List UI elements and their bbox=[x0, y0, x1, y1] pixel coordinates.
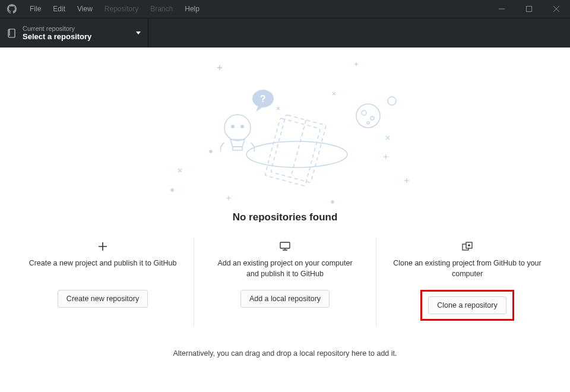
option-create: Create a new project and publish it to G… bbox=[12, 238, 194, 325]
repo-selector-label: Current repository bbox=[23, 25, 136, 32]
repo-selector-value: Select a repository bbox=[23, 32, 136, 41]
current-repository-selector[interactable]: Current repository Select a repository bbox=[0, 18, 148, 48]
svg-point-10 bbox=[240, 125, 244, 128]
menu-file[interactable]: File bbox=[24, 5, 47, 13]
plus-icon bbox=[96, 240, 109, 253]
options-row: Create a new project and publish it to G… bbox=[12, 238, 558, 325]
svg-point-9 bbox=[231, 125, 235, 128]
clone-icon bbox=[461, 240, 474, 253]
menu-help[interactable]: Help bbox=[179, 5, 205, 13]
minimize-button[interactable] bbox=[488, 0, 515, 18]
titlebar: File Edit View Repository Branch Help bbox=[0, 0, 570, 18]
clone-repository-button[interactable]: Clone a repository bbox=[428, 296, 506, 314]
svg-point-8 bbox=[224, 115, 251, 141]
footer-note: Alternatively, you can drag and drop a l… bbox=[0, 349, 570, 358]
svg-point-18 bbox=[362, 110, 366, 115]
menu-repository[interactable]: Repository bbox=[99, 5, 144, 13]
add-local-repository-button[interactable]: Add a local repository bbox=[240, 290, 330, 308]
menu-branch[interactable]: Branch bbox=[144, 5, 179, 13]
svg-rect-15 bbox=[265, 118, 320, 186]
option-create-desc: Create a new project and publish it to G… bbox=[29, 258, 177, 279]
menu-view[interactable]: View bbox=[71, 5, 99, 13]
create-new-repository-button[interactable]: Create new repository bbox=[58, 290, 148, 308]
svg-line-16 bbox=[291, 120, 306, 178]
highlight-annotation: Clone a repository bbox=[420, 290, 514, 321]
svg-point-4 bbox=[388, 97, 396, 105]
svg-point-5 bbox=[171, 189, 173, 191]
option-add: Add an existing project on your computer… bbox=[194, 238, 376, 325]
svg-rect-21 bbox=[280, 242, 290, 248]
svg-text:?: ? bbox=[260, 94, 266, 104]
svg-point-6 bbox=[210, 150, 212, 153]
maximize-button[interactable] bbox=[515, 0, 543, 18]
blankslate-illustration: ? bbox=[137, 53, 433, 208]
computer-icon bbox=[278, 240, 292, 253]
svg-point-19 bbox=[370, 116, 374, 120]
main-content: ? No repositories found bbox=[0, 48, 570, 392]
svg-point-20 bbox=[367, 122, 369, 124]
toolbar: Current repository Select a repository bbox=[0, 18, 570, 48]
option-clone: Clone an existing project from GitHub to… bbox=[376, 238, 558, 325]
heading-no-repositories: No repositories found bbox=[0, 211, 570, 223]
chevron-down-icon bbox=[136, 31, 141, 34]
window-controls bbox=[488, 0, 570, 18]
option-clone-desc: Clone an existing project from GitHub to… bbox=[393, 258, 542, 279]
menubar: File Edit View Repository Branch Help bbox=[24, 5, 205, 13]
close-button[interactable] bbox=[543, 0, 570, 18]
svg-point-7 bbox=[331, 201, 334, 203]
github-logo-icon bbox=[7, 4, 17, 14]
svg-rect-1 bbox=[527, 7, 532, 12]
menu-edit[interactable]: Edit bbox=[47, 5, 71, 13]
repo-icon bbox=[7, 29, 17, 38]
option-add-desc: Add an existing project on your computer… bbox=[211, 258, 359, 279]
